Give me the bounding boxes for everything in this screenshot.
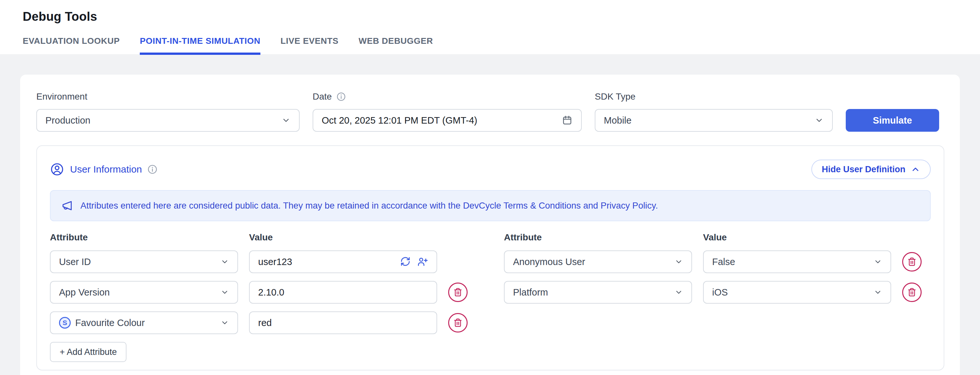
chevron-down-icon: [221, 258, 229, 266]
hide-user-definition-label: Hide User Definition: [822, 164, 905, 174]
simulation-form-row: Environment Production Date Oct 20, 2025…: [36, 91, 944, 132]
user-information-header: User Information Hide User Definition: [50, 160, 931, 179]
value-selected-option: False: [712, 257, 735, 267]
user-id-value-input[interactable]: [258, 251, 400, 273]
tab-point-in-time-simulation[interactable]: POINT-IN-TIME SIMULATION: [140, 36, 260, 55]
string-type-icon: S: [59, 317, 71, 329]
page-title: Debug Tools: [23, 10, 980, 24]
simulation-card: Environment Production Date Oct 20, 2025…: [20, 75, 960, 375]
add-attribute-button[interactable]: + Add Attribute: [50, 342, 126, 362]
attribute-select-anonymous-user[interactable]: Anonymous User: [504, 251, 692, 273]
delete-app-version-button[interactable]: [448, 282, 468, 302]
environment-label: Environment: [36, 91, 300, 102]
favourite-colour-value-input[interactable]: [258, 312, 428, 334]
delete-anonymous-user-button[interactable]: [902, 252, 922, 271]
info-icon[interactable]: [147, 164, 158, 174]
attribute-column-header: Attribute: [50, 232, 238, 243]
sdk-type-select[interactable]: Mobile: [595, 109, 833, 132]
attribute-column-header: Attribute: [504, 232, 692, 243]
attribute-select-user-id[interactable]: User ID: [50, 251, 238, 273]
chevron-down-icon: [815, 116, 824, 125]
value-input-user-id[interactable]: [249, 251, 437, 273]
date-value: Oct 20, 2025 12:01 PM EDT (GMT-4): [322, 115, 477, 126]
tab-web-debugger[interactable]: WEB DEBUGGER: [359, 36, 433, 55]
public-data-notice: Attributes entered here are considered p…: [50, 190, 931, 221]
attributes-right-group: Attribute Value Anonymous User False: [504, 232, 922, 362]
tab-evaluation-lookup[interactable]: EVALUATION LOOKUP: [23, 36, 120, 55]
date-input[interactable]: Oct 20, 2025 12:01 PM EDT (GMT-4): [313, 109, 582, 132]
sdk-type-label: SDK Type: [595, 91, 833, 102]
date-label-row: Date: [313, 91, 582, 102]
attribute-selected-value: Platform: [513, 287, 548, 298]
chevron-down-icon: [675, 288, 683, 297]
trash-icon: [907, 257, 917, 266]
environment-select[interactable]: Production: [36, 109, 300, 132]
chevron-down-icon: [873, 258, 882, 266]
megaphone-icon: [61, 199, 73, 212]
delete-platform-button[interactable]: [902, 282, 922, 302]
attribute-select-app-version[interactable]: App Version: [50, 281, 238, 304]
attribute-selected-value: Favourite Colour: [75, 318, 145, 328]
chevron-down-icon: [873, 288, 882, 297]
trash-icon: [453, 318, 463, 328]
attribute-select-favourite-colour[interactable]: S Favourite Colour: [50, 311, 238, 334]
user-circle-icon: [50, 162, 64, 177]
info-icon[interactable]: [336, 92, 346, 102]
value-column-header: Value: [703, 232, 891, 243]
attributes-left-group: Attribute Value User ID: [50, 232, 468, 362]
public-data-notice-text: Attributes entered here are considered p…: [80, 201, 658, 211]
environment-field-group: Environment Production: [36, 91, 300, 132]
chevron-up-icon: [911, 164, 920, 174]
sdk-type-field-group: SDK Type Mobile: [595, 91, 833, 132]
hide-user-definition-button[interactable]: Hide User Definition: [811, 160, 931, 179]
chevron-down-icon: [282, 116, 291, 125]
environment-selected-value: Production: [45, 115, 91, 126]
delete-favourite-colour-button[interactable]: [448, 313, 468, 332]
date-field-group: Date Oct 20, 2025 12:01 PM EDT (GMT-4): [313, 91, 582, 132]
attribute-selected-value: User ID: [59, 257, 91, 267]
tab-bar: EVALUATION LOOKUP POINT-IN-TIME SIMULATI…: [23, 36, 980, 55]
value-column-header: Value: [249, 232, 437, 243]
tab-live-events[interactable]: LIVE EVENTS: [280, 36, 339, 55]
attribute-selected-value: App Version: [59, 287, 110, 298]
user-id-actions: [400, 256, 428, 267]
calendar-icon[interactable]: [562, 115, 573, 126]
sdk-type-selected-value: Mobile: [604, 115, 632, 126]
chevron-down-icon: [221, 319, 229, 327]
chevron-down-icon: [221, 288, 229, 297]
attribute-selected-value: Anonymous User: [513, 257, 585, 267]
date-label: Date: [313, 91, 332, 102]
attributes-area: Attribute Value User ID: [50, 232, 931, 362]
app-version-value-input[interactable]: [258, 282, 428, 303]
user-information-title: User Information: [70, 164, 142, 175]
value-select-platform[interactable]: iOS: [703, 281, 891, 304]
user-plus-icon[interactable]: [417, 256, 428, 267]
value-input-app-version[interactable]: [249, 281, 437, 304]
refresh-icon[interactable]: [400, 256, 410, 266]
value-input-favourite-colour[interactable]: [249, 311, 437, 334]
page-content: Environment Production Date Oct 20, 2025…: [0, 54, 980, 375]
value-selected-option: iOS: [712, 287, 728, 298]
value-select-anonymous-user[interactable]: False: [703, 251, 891, 273]
user-information-section: User Information Hide User Definition At…: [36, 145, 944, 370]
chevron-down-icon: [675, 258, 683, 266]
attribute-select-platform[interactable]: Platform: [504, 281, 692, 304]
simulate-button[interactable]: Simulate: [846, 109, 939, 132]
trash-icon: [907, 287, 917, 297]
page-header: Debug Tools EVALUATION LOOKUP POINT-IN-T…: [0, 0, 980, 54]
trash-icon: [453, 287, 463, 297]
